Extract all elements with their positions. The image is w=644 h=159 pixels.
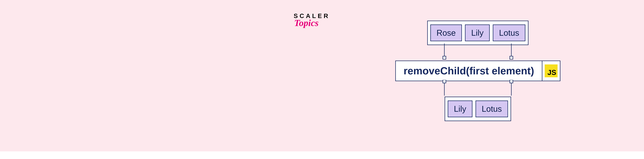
- output-array-row: Lily Lotus: [356, 97, 600, 121]
- output-array-container: Lily Lotus: [444, 97, 511, 121]
- method-label: removeChild(first element): [396, 61, 542, 81]
- scaler-topics-logo: SCALER Topics: [294, 13, 330, 28]
- method-row: removeChild(first element) JS: [356, 60, 600, 81]
- input-array-container: Rose Lily Lotus: [427, 20, 528, 45]
- js-badge-container: JS: [542, 61, 560, 81]
- js-icon: JS: [545, 64, 558, 77]
- array-item-lotus: Lotus: [493, 24, 526, 41]
- array-item-lotus-out: Lotus: [476, 100, 508, 117]
- removechild-diagram: Rose Lily Lotus removeChild(first elemen…: [356, 20, 600, 121]
- svg-rect-3: [510, 56, 513, 59]
- method-container: removeChild(first element) JS: [395, 60, 560, 81]
- input-array-row: Rose Lily Lotus: [356, 20, 600, 45]
- svg-rect-1: [443, 56, 446, 59]
- diagram-canvas: SCALER Topics Rose Lily Lotus removeChil…: [0, 0, 644, 152]
- connector-bottom: [356, 80, 600, 97]
- array-item-lily: Lily: [465, 24, 490, 41]
- logo-line2: Topics: [294, 18, 318, 28]
- array-item-lily-out: Lily: [448, 100, 472, 117]
- connector-top: [356, 44, 600, 60]
- array-item-rose: Rose: [430, 24, 462, 41]
